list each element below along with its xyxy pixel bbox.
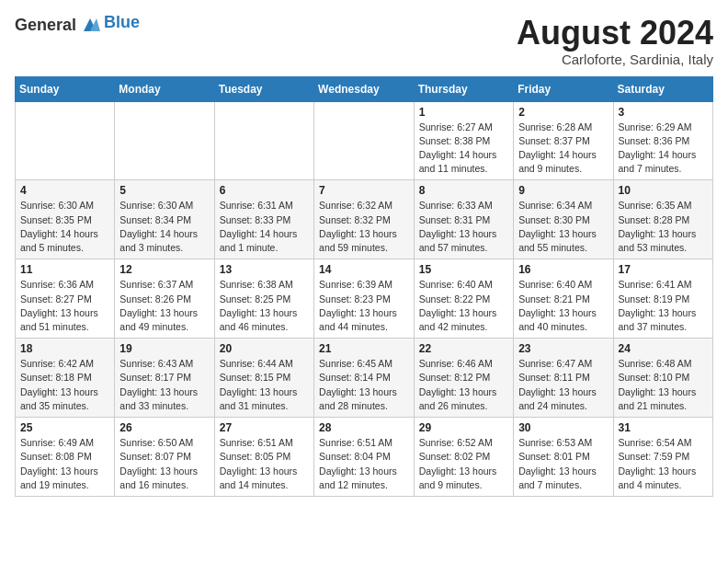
- day-info: Sunrise: 6:39 AM Sunset: 8:23 PM Dayligh…: [319, 278, 409, 334]
- calendar-cell: 23Sunrise: 6:47 AM Sunset: 8:11 PM Dayli…: [514, 339, 613, 418]
- calendar-cell: 7Sunrise: 6:32 AM Sunset: 8:32 PM Daylig…: [314, 180, 415, 259]
- day-number: 9: [518, 184, 608, 197]
- day-number: 21: [319, 342, 409, 355]
- day-info: Sunrise: 6:38 AM Sunset: 8:25 PM Dayligh…: [220, 278, 309, 334]
- calendar-cell: 16Sunrise: 6:40 AM Sunset: 8:21 PM Dayli…: [514, 259, 613, 339]
- calendar-cell: 3Sunrise: 6:29 AM Sunset: 8:36 PM Daylig…: [613, 101, 712, 180]
- calendar-cell: 14Sunrise: 6:39 AM Sunset: 8:23 PM Dayli…: [314, 259, 415, 339]
- calendar-week-row: 25Sunrise: 6:49 AM Sunset: 8:08 PM Dayli…: [16, 418, 713, 497]
- calendar-cell: 20Sunrise: 6:44 AM Sunset: 8:15 PM Dayli…: [214, 339, 313, 418]
- calendar-cell: 30Sunrise: 6:53 AM Sunset: 8:01 PM Dayli…: [514, 418, 613, 497]
- calendar-week-row: 1Sunrise: 6:27 AM Sunset: 8:38 PM Daylig…: [16, 101, 713, 180]
- title-block: August 2024 Carloforte, Sardinia, Italy: [517, 15, 713, 67]
- day-header-tuesday: Tuesday: [214, 76, 313, 101]
- day-header-saturday: Saturday: [613, 76, 712, 101]
- day-info: Sunrise: 6:48 AM Sunset: 8:10 PM Dayligh…: [619, 357, 708, 413]
- calendar-cell: 27Sunrise: 6:51 AM Sunset: 8:05 PM Dayli…: [214, 418, 313, 497]
- calendar-cell: 11Sunrise: 6:36 AM Sunset: 8:27 PM Dayli…: [16, 259, 115, 339]
- calendar-cell: 19Sunrise: 6:43 AM Sunset: 8:17 PM Dayli…: [115, 339, 214, 418]
- calendar-cell: [314, 101, 415, 180]
- day-number: 13: [220, 263, 309, 276]
- day-number: 7: [319, 184, 409, 197]
- calendar-cell: 6Sunrise: 6:31 AM Sunset: 8:33 PM Daylig…: [214, 180, 313, 259]
- day-number: 23: [518, 342, 608, 355]
- day-number: 31: [619, 421, 708, 434]
- day-header-monday: Monday: [115, 76, 214, 101]
- calendar-cell: 17Sunrise: 6:41 AM Sunset: 8:19 PM Dayli…: [613, 259, 712, 339]
- calendar-cell: [115, 101, 214, 180]
- calendar-cell: 31Sunrise: 6:54 AM Sunset: 7:59 PM Dayli…: [613, 418, 712, 497]
- calendar-cell: 21Sunrise: 6:45 AM Sunset: 8:14 PM Dayli…: [314, 339, 415, 418]
- day-info: Sunrise: 6:30 AM Sunset: 8:34 PM Dayligh…: [119, 199, 209, 255]
- calendar-cell: 28Sunrise: 6:51 AM Sunset: 8:04 PM Dayli…: [314, 418, 415, 497]
- day-number: 28: [319, 421, 409, 434]
- day-info: Sunrise: 6:37 AM Sunset: 8:26 PM Dayligh…: [119, 278, 209, 334]
- calendar-cell: 24Sunrise: 6:48 AM Sunset: 8:10 PM Dayli…: [613, 339, 712, 418]
- day-number: 26: [119, 421, 209, 434]
- day-info: Sunrise: 6:30 AM Sunset: 8:35 PM Dayligh…: [20, 199, 109, 255]
- day-info: Sunrise: 6:45 AM Sunset: 8:14 PM Dayligh…: [319, 357, 409, 413]
- page-header: General Blue August 2024 Carloforte, Sar…: [15, 15, 713, 67]
- calendar-cell: 15Sunrise: 6:40 AM Sunset: 8:22 PM Dayli…: [414, 259, 513, 339]
- day-number: 14: [319, 263, 409, 276]
- calendar-cell: [16, 101, 115, 180]
- day-number: 16: [518, 263, 608, 276]
- calendar-cell: 12Sunrise: 6:37 AM Sunset: 8:26 PM Dayli…: [115, 259, 214, 339]
- day-info: Sunrise: 6:46 AM Sunset: 8:12 PM Dayligh…: [419, 357, 508, 413]
- day-info: Sunrise: 6:51 AM Sunset: 8:04 PM Dayligh…: [319, 436, 409, 492]
- day-info: Sunrise: 6:41 AM Sunset: 8:19 PM Dayligh…: [619, 278, 708, 334]
- day-number: 1: [419, 106, 508, 119]
- day-header-friday: Friday: [514, 76, 613, 101]
- day-info: Sunrise: 6:40 AM Sunset: 8:21 PM Dayligh…: [518, 278, 608, 334]
- logo: General Blue: [15, 15, 140, 35]
- calendar-cell: 25Sunrise: 6:49 AM Sunset: 8:08 PM Dayli…: [16, 418, 115, 497]
- day-info: Sunrise: 6:29 AM Sunset: 8:36 PM Dayligh…: [619, 121, 708, 177]
- day-number: 17: [619, 263, 708, 276]
- day-header-thursday: Thursday: [414, 76, 513, 101]
- calendar-cell: 2Sunrise: 6:28 AM Sunset: 8:37 PM Daylig…: [514, 101, 613, 180]
- day-number: 8: [419, 184, 508, 197]
- day-info: Sunrise: 6:27 AM Sunset: 8:38 PM Dayligh…: [419, 121, 508, 177]
- day-info: Sunrise: 6:43 AM Sunset: 8:17 PM Dayligh…: [119, 357, 209, 413]
- day-number: 18: [20, 342, 109, 355]
- day-number: 6: [220, 184, 309, 197]
- calendar-cell: 8Sunrise: 6:33 AM Sunset: 8:31 PM Daylig…: [414, 180, 513, 259]
- day-info: Sunrise: 6:36 AM Sunset: 8:27 PM Dayligh…: [20, 278, 109, 334]
- day-number: 24: [619, 342, 708, 355]
- day-number: 5: [119, 184, 209, 197]
- day-info: Sunrise: 6:50 AM Sunset: 8:07 PM Dayligh…: [119, 436, 209, 492]
- day-number: 22: [419, 342, 508, 355]
- calendar-cell: 10Sunrise: 6:35 AM Sunset: 8:28 PM Dayli…: [613, 180, 712, 259]
- day-info: Sunrise: 6:42 AM Sunset: 8:18 PM Dayligh…: [20, 357, 109, 413]
- calendar-title: August 2024: [517, 15, 713, 52]
- day-number: 10: [619, 184, 708, 197]
- day-info: Sunrise: 6:40 AM Sunset: 8:22 PM Dayligh…: [419, 278, 508, 334]
- day-number: 30: [518, 421, 608, 434]
- day-header-sunday: Sunday: [16, 76, 115, 101]
- day-number: 11: [20, 263, 109, 276]
- calendar-cell: 22Sunrise: 6:46 AM Sunset: 8:12 PM Dayli…: [414, 339, 513, 418]
- day-info: Sunrise: 6:28 AM Sunset: 8:37 PM Dayligh…: [518, 121, 608, 177]
- calendar-cell: [214, 101, 313, 180]
- calendar-cell: 9Sunrise: 6:34 AM Sunset: 8:30 PM Daylig…: [514, 180, 613, 259]
- logo-blue: Blue: [104, 13, 140, 32]
- day-info: Sunrise: 6:53 AM Sunset: 8:01 PM Dayligh…: [518, 436, 608, 492]
- calendar-table: SundayMondayTuesdayWednesdayThursdayFrid…: [15, 76, 713, 497]
- day-info: Sunrise: 6:44 AM Sunset: 8:15 PM Dayligh…: [220, 357, 309, 413]
- day-header-wednesday: Wednesday: [314, 76, 415, 101]
- day-number: 2: [518, 106, 608, 119]
- day-info: Sunrise: 6:51 AM Sunset: 8:05 PM Dayligh…: [220, 436, 309, 492]
- calendar-cell: 4Sunrise: 6:30 AM Sunset: 8:35 PM Daylig…: [16, 180, 115, 259]
- day-info: Sunrise: 6:54 AM Sunset: 7:59 PM Dayligh…: [619, 436, 708, 492]
- day-number: 19: [119, 342, 209, 355]
- day-number: 27: [220, 421, 309, 434]
- day-number: 15: [419, 263, 508, 276]
- day-info: Sunrise: 6:33 AM Sunset: 8:31 PM Dayligh…: [419, 199, 508, 255]
- calendar-cell: 1Sunrise: 6:27 AM Sunset: 8:38 PM Daylig…: [414, 101, 513, 180]
- calendar-cell: 26Sunrise: 6:50 AM Sunset: 8:07 PM Dayli…: [115, 418, 214, 497]
- calendar-cell: 29Sunrise: 6:52 AM Sunset: 8:02 PM Dayli…: [414, 418, 513, 497]
- day-number: 12: [119, 263, 209, 276]
- day-number: 25: [20, 421, 109, 434]
- logo-general: General: [15, 16, 76, 35]
- day-number: 4: [20, 184, 109, 197]
